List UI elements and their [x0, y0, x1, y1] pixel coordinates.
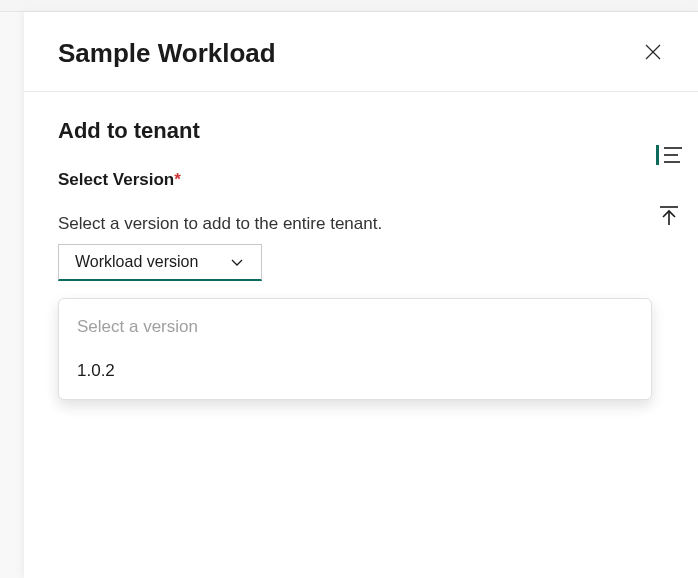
side-panel: Sample Workload Add to tenant Select Ver… [24, 12, 698, 578]
svg-rect-2 [656, 145, 659, 165]
close-icon [644, 43, 662, 64]
close-button[interactable] [642, 43, 664, 65]
paragraph-format-button[interactable] [656, 142, 682, 168]
section-title: Add to tenant [58, 118, 664, 144]
version-dropdown[interactable]: Workload version [58, 244, 262, 281]
paragraph-icon [656, 144, 682, 166]
panel-header: Sample Workload [24, 12, 698, 92]
dropdown-option[interactable]: 1.0.2 [59, 349, 651, 393]
chevron-down-icon [229, 254, 245, 270]
arrow-up-to-line-icon [658, 205, 680, 230]
version-dropdown-list: Select a version 1.0.2 [58, 298, 652, 400]
panel-body: Add to tenant Select Version* Select a v… [24, 92, 698, 307]
dropdown-placeholder: Select a version [59, 305, 651, 349]
dropdown-selected-label: Workload version [75, 253, 198, 271]
field-label-text: Select Version [58, 170, 174, 189]
field-label: Select Version* [58, 170, 664, 190]
move-to-top-button[interactable] [656, 204, 682, 230]
panel-title: Sample Workload [58, 38, 276, 69]
side-actions [656, 142, 682, 230]
field-description: Select a version to add to the entire te… [58, 214, 664, 234]
required-asterisk: * [174, 170, 181, 189]
